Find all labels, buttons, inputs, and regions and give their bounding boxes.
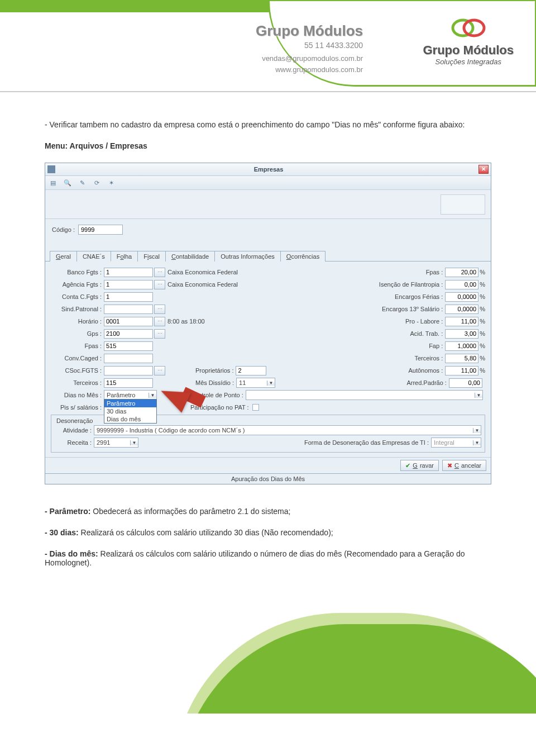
logo-subtext: Soluções Integradas [423, 58, 514, 66]
controleponto-dropdown[interactable]: ▼ [246, 390, 483, 400]
field-input-right[interactable] [445, 317, 478, 326]
diasmes-line: - Dias do mês: Realizará os cálculos com… [45, 549, 491, 567]
atividade-label: Atividade : [55, 427, 94, 434]
field-input-right[interactable] [449, 378, 482, 388]
chevron-down-icon: ▼ [475, 393, 482, 398]
lookup-button[interactable]: ⋯ [154, 305, 165, 314]
tab-geral[interactable]: Geral [50, 251, 77, 261]
window-toolbar: ▤ 🔍 ✎ ⟳ ✶ [45, 176, 491, 190]
option-diasdomes[interactable]: Dias do mês [104, 415, 156, 423]
tab-ocorrencias[interactable]: Ocorrências [280, 251, 326, 261]
tabs-bar: Geral CNAE´s Folha Fiscal Contabilidade … [45, 240, 491, 261]
toolbar-btn-1[interactable]: ▤ [47, 178, 59, 188]
cancelar-button[interactable]: ✖Cancelar [442, 460, 486, 471]
logo-text: Grupo Módulos [423, 43, 514, 58]
intro-text: - Verificar tambem no cadastro da empres… [45, 120, 491, 129]
field-input-right[interactable] [445, 292, 478, 302]
field-label-right: Acid. Trab. : [168, 330, 445, 337]
field-label: Conv.Caged : [51, 355, 104, 362]
option-30dias[interactable]: 30 dias [104, 407, 156, 415]
field-input[interactable] [104, 378, 153, 388]
field-input-right[interactable] [445, 354, 478, 363]
tab-folha[interactable]: Folha [111, 251, 138, 261]
empresas-window: Empresas ✕ ▤ 🔍 ✎ ⟳ ✶ Código : Geral CNAE… [45, 163, 491, 484]
header-email: vendas@grupomodulos.com.br [190, 53, 363, 64]
tab-contabilidade[interactable]: Contabilidade [165, 251, 215, 261]
percent-label: % [480, 293, 485, 300]
field-input[interactable] [104, 354, 153, 363]
field-input-right[interactable] [445, 280, 478, 289]
form-row: Terceiros : Mês Dissídio :11▼ Arred.Padr… [51, 377, 485, 389]
codigo-input[interactable] [78, 225, 123, 235]
field-desc: Caixa Economica Federal [168, 269, 238, 275]
ribbon-box [441, 194, 485, 215]
field-input[interactable] [104, 317, 153, 326]
field-input[interactable] [104, 280, 153, 289]
tab-outras[interactable]: Outras Informações [214, 251, 281, 261]
tab-cnaes[interactable]: CNAE´s [76, 251, 111, 261]
logo-icon [449, 17, 488, 39]
diasmes-label: Dias no Mês : [51, 392, 104, 398]
field-input-right[interactable] [445, 305, 478, 314]
codigo-label: Código : [52, 226, 75, 233]
form-row: Horário : ⋯ 8:00 as 18:00 Pro - Labore :… [51, 315, 485, 327]
lookup-button[interactable]: ⋯ [154, 317, 165, 326]
trinta-line: - 30 dias: Realizará os cálculos com sal… [45, 528, 491, 537]
lookup-button[interactable]: ⋯ [154, 329, 165, 339]
form-row: Conv.Caged : Terceiros : % [51, 352, 485, 364]
toolbar-btn-5[interactable]: ✶ [106, 178, 117, 188]
field-input[interactable] [104, 292, 153, 302]
field-input-right[interactable] [445, 268, 478, 277]
field-input-right[interactable] [445, 341, 478, 351]
field-input-right[interactable] [445, 329, 478, 339]
window-ribbon-area [45, 190, 491, 219]
menu-path: Menu: Arquivos / Empresas [45, 141, 491, 150]
percent-label: % [480, 318, 485, 325]
proprietarios-input[interactable] [236, 366, 266, 375]
field-label: CSoc.FGTS : [51, 367, 104, 374]
field-label-right: Terceiros : [168, 355, 445, 362]
field-label-right: Fpas : [238, 269, 445, 275]
field-label: Horário : [51, 318, 104, 325]
pissal-label: Pis s/ salários : [51, 404, 104, 411]
lookup-button[interactable]: ⋯ [154, 268, 165, 277]
field-desc: Caixa Economica Federal [168, 281, 238, 288]
field-label: Terceiros : [51, 379, 104, 386]
field-input[interactable] [104, 329, 153, 339]
form-row: Sind.Patronal : ⋯ Encargos 13º Salário :… [51, 303, 485, 315]
atividade-dropdown[interactable]: 99999999 - Industria ( Código de acordo … [94, 425, 481, 435]
field-input[interactable] [104, 305, 153, 314]
lookup-button[interactable]: ⋯ [154, 366, 165, 375]
field-label: Gps : [51, 330, 104, 337]
callout-arrow-icon [160, 386, 188, 408]
field-label-right: Fap : [168, 343, 445, 349]
percent-label: % [480, 355, 485, 362]
field-input[interactable] [104, 341, 153, 351]
field-label: Fpas : [51, 343, 104, 349]
codigo-row: Código : [45, 219, 491, 240]
mesdissidio-dropdown[interactable]: 11▼ [236, 378, 275, 388]
formadeson-dropdown[interactable]: Integral▼ [431, 438, 481, 448]
edit-icon[interactable]: ✎ [76, 178, 88, 188]
header-divider [0, 91, 536, 92]
form-row: Conta C.Fgts : Encargos Férias : % [51, 291, 485, 303]
field-label-right: Isenção de Filantropia : [238, 281, 445, 288]
field-label-right: Pro - Labore : [205, 318, 446, 325]
field-input[interactable] [104, 366, 153, 375]
close-button[interactable]: ✕ [478, 165, 489, 174]
window-statusbar: Apuração dos Dias do Mês [45, 473, 491, 484]
field-input[interactable] [104, 268, 153, 277]
header-phone: 55 11 4433.3200 [190, 41, 363, 50]
refresh-icon[interactable]: ⟳ [91, 178, 102, 188]
option-parametro[interactable]: Parâmetro [104, 400, 156, 407]
field-input-right[interactable] [445, 366, 478, 375]
gravar-button[interactable]: ✔Gravar [400, 460, 439, 471]
window-icon [47, 165, 55, 173]
lookup-button[interactable]: ⋯ [154, 280, 165, 289]
document-body: - Verificar tambem no cadastro da empres… [0, 92, 536, 602]
participacao-checkbox[interactable] [252, 404, 259, 411]
search-icon[interactable]: 🔍 [62, 178, 73, 188]
receita-dropdown[interactable]: 2991▼ [94, 438, 138, 448]
tab-fiscal[interactable]: Fiscal [137, 251, 166, 261]
percent-label: % [480, 330, 485, 337]
